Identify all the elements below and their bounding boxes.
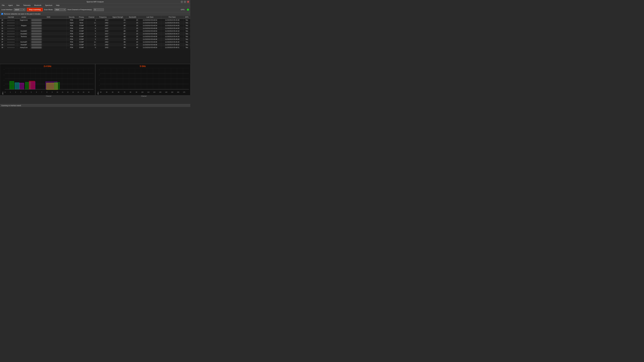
window-title: Sparrow-WiFi Analyzer: [86, 1, 104, 3]
cell-bandwidth: 20: [126, 19, 139, 21]
stop-scanning-button[interactable]: Stop scanning: [27, 8, 43, 11]
cell-last-seen: 11/15/2019 05:46:54: [139, 30, 161, 32]
col-security: Security: [66, 16, 77, 19]
cell-frequency: 2417: [96, 32, 109, 35]
cell-frequency: 2432: [96, 30, 109, 32]
cell-ssid: [30, 21, 66, 24]
cell-privacy: CCMP: [77, 30, 86, 32]
cell-security: PSK: [66, 30, 77, 32]
table-row[interactable]: 39 ••:••:••:••:••:•• AskeyCom PSK CCMP 5…: [0, 46, 190, 49]
cell-signal: -87: [109, 32, 126, 35]
cell-ssid: [30, 38, 66, 41]
svg-text:2: 2: [15, 91, 16, 93]
chart-24ghz-title: 2.4 GHz: [2, 65, 94, 67]
statusbar: Scanning on interface wlan0: [0, 104, 190, 107]
chart-5ghz-inner: dBm ... ... ...: [97, 68, 189, 95]
cell-frequency: 2462: [96, 43, 109, 46]
cell-bandwidth: 20: [126, 35, 139, 38]
maximize-button[interactable]: □: [184, 1, 186, 3]
status-text: Scanning on interface wlan0: [1, 105, 21, 107]
cell-channel: 11: [86, 43, 96, 46]
cell-id: 39: [0, 46, 5, 49]
networks-table-container[interactable]: macAddr vendor SSID Security Privacy Cha…: [0, 16, 190, 64]
close-button[interactable]: ✕: [187, 1, 189, 3]
svg-rect-18: [54, 82, 60, 89]
ssid-blurred: [31, 27, 42, 29]
svg-text:9: 9: [52, 91, 52, 93]
svg-text:170: 170: [183, 91, 185, 93]
cell-last-seen: 11/15/2019 05:46:06: [139, 32, 161, 35]
cell-ssid: [30, 24, 66, 27]
menu-item-geo[interactable]: Geo: [16, 4, 20, 6]
menu-item-spectrum[interactable]: Spectrum: [44, 4, 53, 6]
table-row[interactable]: 29 ••:••:••:••:••:•• Sagemcom PSK CCMP 1…: [0, 19, 190, 21]
cell-privacy: CCMP: [77, 32, 86, 35]
chart-5ghz-svg-container: ... ... ... ... 30 40 50 60 70 80 90 100…: [99, 68, 189, 95]
cell-vendor: HonHaiPr: [17, 41, 30, 43]
svg-rect-10: [10, 81, 14, 89]
table-row[interactable]: 34 ••:••:••:••:••:•• AsustekC PSK CCMP 2…: [0, 32, 190, 35]
cell-mac: ••:••:••:••:••:••: [5, 19, 17, 21]
cell-frequency: 2437: [96, 27, 109, 30]
cell-channel: 6: [86, 27, 96, 30]
cell-last-seen: 11/15/2019 05:46:06: [139, 27, 161, 30]
menu-item-file[interactable]: File: [1, 4, 5, 6]
table-row[interactable]: 38 ••:••:••:••:••:•• HewlettP PSK CCMP 1…: [0, 43, 190, 46]
cell-channel: 11: [86, 21, 96, 24]
cell-last-seen: 11/15/2019 05:46:54: [139, 24, 161, 27]
cell-last-seen: 11/15/2019 05:46:06: [139, 21, 161, 24]
table-row[interactable]: 31 ••:••:••:••:••:•• Netgear PSK CCMP 6 …: [0, 24, 190, 27]
cell-bandwidth: 40: [126, 46, 139, 49]
mac-blurred: ••:••:••:••:••:••: [7, 30, 14, 32]
table-row[interactable]: 35 ••:••:••:••:••:•• Technico PSK CCMP 6…: [0, 35, 190, 38]
checkbox-row: Remove networks not seen in the past 3 m…: [0, 12, 190, 16]
table-row[interactable]: 36 ••:••:••:••:••:•• PSK CCMP 3 2422 -89…: [0, 38, 190, 41]
cell-security: PSK: [66, 38, 77, 41]
table-row[interactable]: 30 ••:••:••:••:••:•• Open None 11 2462 -…: [0, 21, 190, 24]
hunt-freq-input[interactable]: [94, 8, 104, 11]
cell-security: PSK: [66, 35, 77, 38]
table-row[interactable]: 32 ••:••:••:••:••:•• PSK CCMP 6 2437 -77…: [0, 27, 190, 30]
cell-id: 29: [0, 19, 5, 21]
ssid-blurred: [31, 25, 42, 26]
minimize-button[interactable]: ─: [181, 1, 183, 3]
cell-ssid: [30, 46, 66, 49]
remove-networks-checkbox[interactable]: [1, 13, 3, 15]
cell-ssid: [30, 43, 66, 46]
ssid-blurred: [31, 38, 42, 40]
cell-privacy: CCMP: [77, 43, 86, 46]
cell-channel: 1: [86, 19, 96, 21]
svg-text:...: ...: [4, 68, 4, 70]
chart-24ghz: 2.4 GHz dBm: [0, 64, 95, 95]
menu-item-telemetry[interactable]: Telemetry: [22, 4, 31, 6]
svg-text:...: ...: [99, 84, 100, 86]
cell-gps: Yes: [183, 38, 190, 41]
svg-text:...: ...: [99, 79, 100, 81]
mac-blurred: ••:••:••:••:••:••: [7, 19, 14, 21]
mac-blurred: ••:••:••:••:••:••: [7, 25, 14, 26]
menu-item-agent[interactable]: Agent: [8, 4, 14, 6]
menu-item-help[interactable]: Help: [55, 4, 60, 6]
cell-bandwidth: 20: [126, 30, 139, 32]
table-row[interactable]: 33 ••:••:••:••:••:•• AsustekC PSK CCMP 5…: [0, 30, 190, 32]
cell-security: PSK: [66, 27, 77, 30]
chart-24ghz-xlabel: Channel: [4, 95, 94, 97]
svg-text:140: 140: [165, 91, 167, 93]
svg-text:6: 6: [36, 91, 37, 93]
cell-mac: ••:••:••:••:••:••: [5, 32, 17, 35]
menu-item-bluetooth[interactable]: Bluetooth: [34, 4, 42, 6]
menubar: FileAgentGeoTelemetryBluetoothSpectrumHe…: [0, 4, 190, 7]
interface-dropdown[interactable]: wlan0 ▼: [14, 8, 26, 11]
cell-channel: 11: [86, 41, 96, 43]
table-row[interactable]: 37 ••:••:••:••:••:•• HonHaiPr PSK CCMP 1…: [0, 41, 190, 43]
svg-text:110: 110: [147, 91, 150, 93]
svg-text:90: 90: [136, 91, 137, 93]
cell-privacy: CCMP: [77, 19, 86, 21]
cell-privacy: CCMP: [77, 41, 86, 43]
cell-signal: -88: [109, 24, 126, 27]
cell-id: 31: [0, 24, 5, 27]
cell-signal: -88: [109, 35, 126, 38]
scan-mode-dropdown[interactable]: Hunt ▼: [54, 8, 66, 11]
window-controls: ─ □ ✕: [181, 1, 189, 3]
cell-bandwidth: 40: [126, 38, 139, 41]
